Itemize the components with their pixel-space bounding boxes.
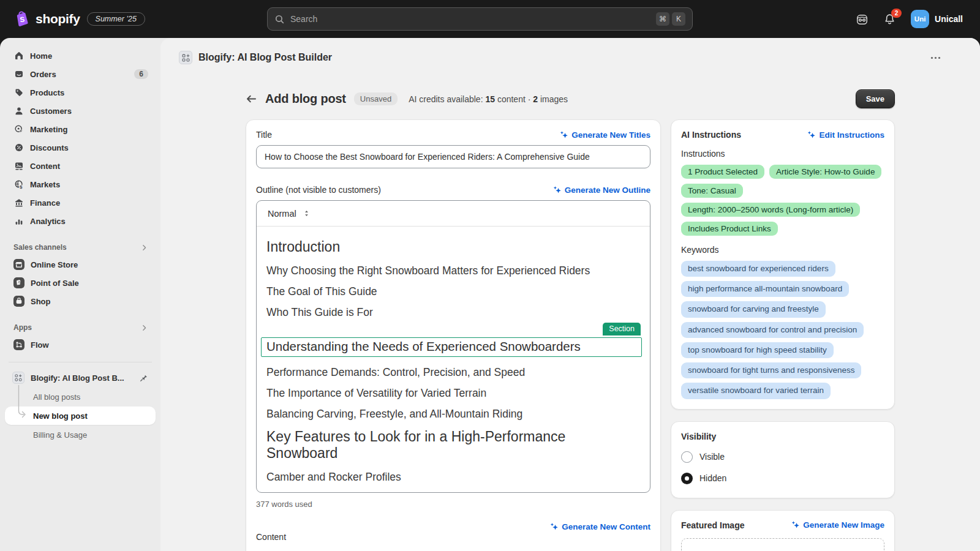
blog-post-form-card: Title Generate New Titles Outline (not v… xyxy=(246,119,661,551)
edit-instructions-button[interactable]: Edit Instructions xyxy=(807,130,884,140)
sales-channels-header[interactable]: Sales channels xyxy=(5,240,156,255)
outline-heading[interactable]: Introduction xyxy=(266,239,640,255)
blogify-app-icon xyxy=(179,51,192,64)
outline-item[interactable]: Who This Guide is For xyxy=(266,306,640,319)
featured-image-title: Featured Image xyxy=(681,520,744,530)
editor-toolbar: Normal xyxy=(257,201,650,227)
sidebar-item-online-store[interactable]: Online Store xyxy=(5,256,156,273)
image-dropzone[interactable] xyxy=(681,538,884,551)
tag-icon xyxy=(13,88,24,97)
search-icon xyxy=(274,14,285,24)
text-style-select[interactable]: Normal xyxy=(268,209,311,219)
outline-item[interactable]: Camber and Rocker Profiles xyxy=(266,471,640,484)
pin-icon[interactable] xyxy=(139,373,148,383)
sidebar-item-flow[interactable]: Flow xyxy=(5,336,156,353)
page-title: Add blog post xyxy=(265,92,346,106)
orders-icon xyxy=(13,69,24,79)
outline-item[interactable]: Balancing Carving, Freestyle, and All-Mo… xyxy=(266,408,640,421)
outline-selected-heading[interactable]: Understanding the Needs of Experienced S… xyxy=(261,337,642,357)
outline-heading[interactable]: Key Features to Look for in a High-Perfo… xyxy=(266,429,640,462)
sidebar-item-orders[interactable]: Orders 6 xyxy=(5,66,156,83)
app-header: Blogify: AI Blog Post Builder xyxy=(160,38,980,77)
account-menu[interactable]: Uni Unicall xyxy=(911,10,963,28)
online-store-icon xyxy=(13,259,24,270)
word-count: 377 words used xyxy=(256,500,650,509)
sidebar-item-finance[interactable]: Finance xyxy=(5,194,156,211)
sidekick-button[interactable] xyxy=(856,13,869,26)
sidebar-item-products[interactable]: Products xyxy=(5,84,156,101)
home-icon xyxy=(13,51,24,61)
person-icon xyxy=(13,106,24,116)
sparkle-icon xyxy=(807,130,816,140)
shopify-home-link[interactable]: S shopify xyxy=(13,10,80,28)
k-key: K xyxy=(672,12,685,26)
outline-item[interactable]: Why Choosing the Right Snowboard Matters… xyxy=(266,264,640,277)
bar-chart-icon xyxy=(13,216,24,226)
generate-new-image-button[interactable]: Generate New Image xyxy=(791,520,884,530)
sidebar-item-new-blog-post[interactable]: New blog post xyxy=(5,407,156,425)
sparkle-icon xyxy=(549,522,559,531)
outline-editor-body[interactable]: Introduction Why Choosing the Right Snow… xyxy=(257,227,650,492)
sidebar-item-home[interactable]: Home xyxy=(5,47,156,64)
caret-sort-icon xyxy=(303,209,311,217)
sidebar-item-label: Products xyxy=(30,88,64,97)
outline-editor: Normal Introduction Why Choosing the Rig… xyxy=(256,200,650,493)
media-icon xyxy=(13,161,24,171)
notification-count-badge: 2 xyxy=(891,9,902,18)
bank-icon xyxy=(13,198,24,208)
global-search[interactable]: ⌘ K xyxy=(267,7,693,31)
more-menu-button[interactable] xyxy=(927,53,944,63)
more-menu-icon xyxy=(930,56,941,59)
command-key-icon: ⌘ xyxy=(656,12,669,26)
title-input[interactable] xyxy=(256,145,650,168)
sidebar-item-blogify-app[interactable]: Blogify: AI Blog Post B... xyxy=(5,369,156,387)
discount-icon xyxy=(13,143,24,152)
sidebar-item-customers[interactable]: Customers xyxy=(5,102,156,119)
sidebar-item-point-of-sale[interactable]: Point of Sale xyxy=(5,274,156,291)
section-tag: Section xyxy=(603,323,641,335)
sidebar-item-billing-usage[interactable]: Billing & Usage xyxy=(5,425,156,444)
outline-item[interactable]: Benefits for Carving and Stability xyxy=(266,492,640,492)
sidebar-item-label: Blogify: AI Blog Post B... xyxy=(31,373,124,383)
point-of-sale-icon xyxy=(13,277,24,288)
orders-count-badge: 6 xyxy=(134,69,148,79)
sidebar-item-content[interactable]: Content xyxy=(5,157,156,174)
sidebar-item-label: Content xyxy=(30,162,60,171)
sidebar-item-markets[interactable]: $ Markets xyxy=(5,176,156,193)
visibility-option-hidden[interactable]: Hidden xyxy=(681,473,884,484)
instruction-pill: 1 Product Selected xyxy=(681,165,764,179)
outline-item[interactable]: The Goal of This Guide xyxy=(266,285,640,298)
generate-new-content-button[interactable]: Generate New Content xyxy=(549,522,650,531)
back-arrow-icon xyxy=(246,93,257,105)
outline-item[interactable]: Performance Demands: Control, Precision,… xyxy=(266,366,640,379)
sidebar-item-discounts[interactable]: Discounts xyxy=(5,139,156,156)
save-button[interactable]: Save xyxy=(856,89,895,108)
selected-section: Section Understanding the Needs of Exper… xyxy=(266,337,640,357)
sidebar-item-label: Analytics xyxy=(30,217,66,226)
generate-new-outline-button[interactable]: Generate New Outline xyxy=(552,186,650,195)
generate-new-titles-button[interactable]: Generate New Titles xyxy=(559,130,650,140)
sidebar-item-shop[interactable]: Shop xyxy=(5,293,156,310)
visibility-title: Visibility xyxy=(681,432,884,441)
sparkle-icon xyxy=(552,186,562,195)
search-input[interactable] xyxy=(290,14,650,24)
sidebar-item-marketing[interactable]: Marketing xyxy=(5,121,156,138)
notifications-button[interactable]: 2 xyxy=(883,13,896,26)
sidebar-item-label: Marketing xyxy=(30,125,67,134)
keyword-pills: best snowboard for experienced riders hi… xyxy=(681,261,884,399)
app-title: Blogify: AI Blog Post Builder xyxy=(198,52,332,63)
sidekick-icon xyxy=(856,13,869,26)
back-button[interactable] xyxy=(246,93,257,105)
instruction-pill: Length: 2000–2500 words (Long-form artic… xyxy=(681,203,860,217)
outline-item[interactable]: The Importance of Versatility for Varied… xyxy=(266,387,640,400)
sidebar-item-label: Shop xyxy=(31,297,51,306)
visibility-option-visible[interactable]: Visible xyxy=(681,451,884,463)
edition-badge[interactable]: Summer ’25 xyxy=(87,12,145,26)
sidebar-item-label: Finance xyxy=(30,198,60,208)
sidebar-item-analytics[interactable]: Analytics xyxy=(5,212,156,230)
chevron-right-icon xyxy=(140,244,148,252)
apps-header[interactable]: Apps xyxy=(5,320,156,335)
sidebar-item-all-blog-posts[interactable]: All blog posts xyxy=(5,388,156,406)
keyword-pill: snowboard for carving and freestyle xyxy=(681,301,826,317)
svg-text:$: $ xyxy=(20,184,23,189)
